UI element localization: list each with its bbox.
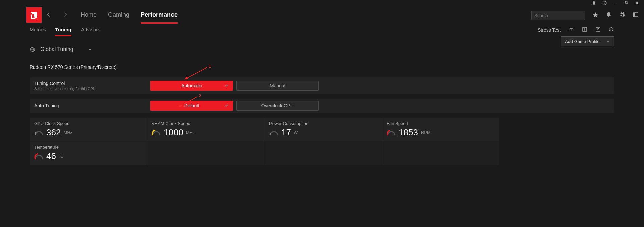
sub-header: Metrics Tuning Advisors Stress Test [0, 24, 644, 36]
tuning-automatic-button[interactable]: Automatic [150, 81, 233, 91]
window-chrome: ? [0, 0, 644, 7]
empty-cell [264, 141, 382, 165]
metrics-row-2: Temperature 46 °C [30, 141, 614, 165]
temp-label: Temperature [34, 145, 142, 150]
gauge-icon [34, 152, 44, 161]
auto-tuning-row: Auto Tuning Default Overclock GPU [30, 99, 614, 113]
fan-value: 1853 [399, 127, 418, 138]
svg-text:?: ? [604, 2, 605, 4]
gauge-icon[interactable] [568, 26, 574, 34]
gpu-clock-value: 362 [46, 127, 61, 138]
nav-performance[interactable]: Performance [141, 7, 178, 24]
vram-clock-label: VRAM Clock Speed [152, 121, 259, 126]
search-field[interactable] [534, 13, 591, 18]
global-tuning-dropdown[interactable]: Global Tuning [40, 46, 73, 52]
empty-cell [382, 141, 499, 165]
app-header: Home Gaming Performance [0, 7, 644, 24]
metric-fan: Fan Speed 1853 RPM [382, 118, 499, 141]
automatic-label: Automatic [181, 83, 202, 88]
metric-gpu-clock: GPU Clock Speed 362 MHz [30, 118, 147, 141]
nav-gaming[interactable]: Gaming [108, 7, 129, 24]
chevron-down-icon[interactable] [88, 47, 92, 52]
power-value: 17 [281, 127, 291, 138]
vram-clock-value: 1000 [164, 127, 183, 138]
tab-advisors[interactable]: Advisors [81, 24, 100, 36]
stress-test-label[interactable]: Stress Test [538, 27, 561, 33]
metric-power: Power Consumption 17 W [264, 118, 382, 141]
metric-vram-clock: VRAM Clock Speed 1000 MHz [147, 118, 264, 141]
check-icon [224, 83, 229, 88]
annotation-2-label: 2 [199, 93, 201, 98]
auto-default-button[interactable]: Default [150, 101, 233, 111]
tab-tuning[interactable]: Tuning [55, 24, 71, 36]
tuning-control-subtitle: Select the level of tuning for this GPU [34, 87, 142, 91]
power-label: Power Consumption [269, 121, 377, 126]
gauge-icon [152, 128, 161, 137]
fan-label: Fan Speed [387, 121, 494, 126]
bell-icon[interactable] [606, 12, 612, 19]
metrics-row-1: GPU Clock Speed 362 MHz VRAM Clock Speed… [30, 118, 614, 141]
share-icon[interactable] [595, 26, 601, 34]
metric-temperature: Temperature 46 °C [30, 141, 147, 165]
gauge-icon [387, 128, 396, 137]
export-icon[interactable] [582, 26, 588, 34]
check-icon [224, 103, 229, 108]
help-icon[interactable]: ? [602, 1, 607, 7]
gpu-clock-unit: MHz [63, 130, 72, 135]
svg-rect-7 [633, 13, 635, 17]
favorite-icon[interactable] [592, 12, 598, 19]
add-game-profile-button[interactable]: Add Game Profile [561, 36, 614, 46]
nav-home[interactable]: Home [81, 7, 97, 24]
close-icon[interactable] [635, 1, 639, 7]
gear-icon[interactable] [619, 12, 625, 19]
gpu-clock-label: GPU Clock Speed [34, 121, 142, 126]
gpu-name: Radeon RX 570 Series (Primary/Discrete) [30, 64, 614, 70]
panel-icon[interactable] [633, 12, 639, 19]
auto-overclock-button[interactable]: Overclock GPU [236, 101, 319, 111]
plus-icon [606, 39, 610, 43]
tuning-control-row: Tuning Control Select the level of tunin… [30, 77, 614, 94]
svg-rect-2 [614, 3, 617, 3]
gauge-icon [269, 128, 279, 137]
default-label: Default [184, 103, 199, 108]
nav-forward-icon[interactable] [62, 12, 68, 19]
auto-tuning-title: Auto Tuning [34, 103, 142, 108]
temp-value: 46 [46, 151, 56, 162]
gauge-icon [34, 128, 44, 137]
nav-back-icon[interactable] [46, 12, 52, 19]
empty-cell [147, 141, 264, 165]
search-input[interactable] [531, 11, 585, 20]
globe-icon [30, 46, 36, 52]
tab-metrics[interactable]: Metrics [30, 24, 46, 36]
tuning-control-title: Tuning Control [34, 81, 142, 86]
reset-icon[interactable] [608, 26, 614, 34]
amd-logo[interactable] [26, 7, 42, 23]
svg-rect-4 [626, 1, 628, 3]
tuning-manual-button[interactable]: Manual [236, 81, 319, 91]
svg-rect-3 [625, 2, 627, 4]
power-unit: W [294, 130, 298, 135]
maximize-icon[interactable] [624, 1, 629, 7]
add-profile-label: Add Game Profile [565, 39, 600, 44]
minimize-icon[interactable] [613, 1, 618, 7]
fan-unit: RPM [421, 130, 431, 135]
bug-icon[interactable] [592, 1, 596, 7]
vram-clock-unit: MHz [186, 130, 195, 135]
temp-unit: °C [59, 154, 64, 159]
content-area: Global Tuning Add Game Profile Radeon RX… [0, 36, 644, 165]
